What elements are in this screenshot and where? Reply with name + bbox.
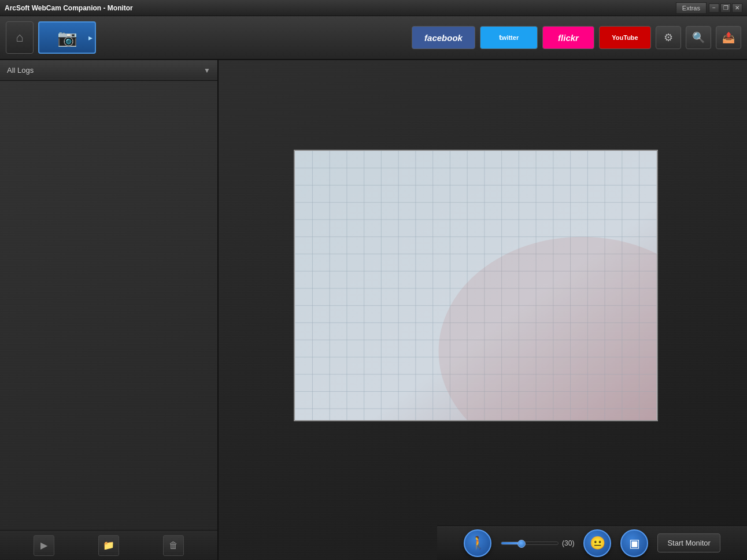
twitter-button[interactable]: 𝕥witter — [480, 26, 538, 49]
toolbar: ⌂ 📷 ▸ facebook 𝕥witter flickr YouTube ⚙ … — [0, 16, 747, 60]
flickr-button[interactable]: flickr — [542, 26, 594, 49]
facebook-button[interactable]: facebook — [412, 26, 475, 49]
right-panel: 🚶 (30) 😐 ▣ Start Monitor — [219, 60, 747, 560]
camera-view — [294, 150, 658, 421]
monitor-arrow-icon: ▸ — [88, 33, 93, 42]
motion-detect-button[interactable]: 🚶 — [464, 529, 491, 557]
settings-icon: ⚙ — [664, 31, 673, 44]
left-bottom-toolbar: ▶ 📁 🗑 — [0, 530, 217, 560]
camera-feed — [295, 151, 657, 420]
home-icon: ⌂ — [16, 30, 23, 45]
monitor-camera-icon: 📷 — [57, 28, 77, 47]
delete-button[interactable]: 🗑 — [163, 535, 184, 556]
start-monitor-button[interactable]: Start Monitor — [657, 533, 720, 552]
main-area: All Logs ▼ ▶ 📁 🗑 — [0, 60, 747, 560]
search-icon: 🔍 — [692, 31, 705, 44]
logs-dropdown-label: All Logs — [7, 66, 204, 75]
share-button[interactable]: 📤 — [716, 26, 741, 49]
title-text: ArcSoft WebCam Companion - Monitor — [5, 4, 133, 12]
sensitivity-control: (30) — [501, 539, 574, 547]
minimize-button[interactable]: − — [709, 3, 719, 13]
sensitivity-thumb — [517, 540, 526, 548]
face-icon: 😐 — [590, 536, 605, 551]
settings-button[interactable]: ⚙ — [656, 26, 681, 49]
share-icon: 📤 — [722, 31, 735, 44]
sensitivity-fill — [501, 542, 518, 544]
window-controls: − ❐ ✕ — [709, 3, 742, 13]
folder-button[interactable]: 📁 — [98, 535, 119, 556]
flickr-label: flickr — [558, 33, 579, 43]
face-detect-button[interactable]: 😐 — [583, 529, 611, 557]
twitter-label: 𝕥witter — [499, 34, 519, 42]
close-button[interactable]: ✕ — [732, 3, 742, 13]
sensitivity-value: (30) — [562, 539, 574, 547]
search-button[interactable]: 🔍 — [686, 26, 711, 49]
title-bar: ArcSoft WebCam Companion - Monitor Extra… — [0, 0, 747, 16]
delete-icon: 🗑 — [169, 540, 178, 551]
title-controls-group: Extras − ❐ ✕ — [676, 2, 742, 14]
logs-content — [0, 81, 217, 530]
folder-icon: 📁 — [103, 540, 114, 551]
facebook-label: facebook — [424, 33, 463, 43]
app-title-rest: WebCam Companion - Monitor — [32, 4, 133, 12]
person-icon: 🚶 — [470, 536, 486, 551]
youtube-button[interactable]: YouTube — [599, 26, 651, 49]
play-button[interactable]: ▶ — [34, 535, 54, 556]
play-icon: ▶ — [40, 540, 47, 551]
app-brand: ArcSoft — [5, 4, 29, 12]
restore-button[interactable]: ❐ — [720, 3, 731, 13]
screen-icon: ▣ — [629, 536, 640, 550]
monitor-button[interactable]: 📷 ▸ — [38, 21, 96, 54]
bottom-bar: 🚶 (30) 😐 ▣ Start Monitor — [437, 525, 747, 560]
home-button[interactable]: ⌂ — [6, 21, 34, 54]
logs-dropdown[interactable]: All Logs ▼ — [0, 60, 217, 81]
screen-capture-button[interactable]: ▣ — [620, 529, 648, 557]
logs-dropdown-arrow: ▼ — [204, 66, 210, 75]
left-panel: All Logs ▼ ▶ 📁 🗑 — [0, 60, 219, 560]
extras-button[interactable]: Extras — [676, 2, 707, 14]
youtube-label: YouTube — [612, 34, 638, 41]
sensitivity-slider[interactable] — [501, 542, 559, 545]
